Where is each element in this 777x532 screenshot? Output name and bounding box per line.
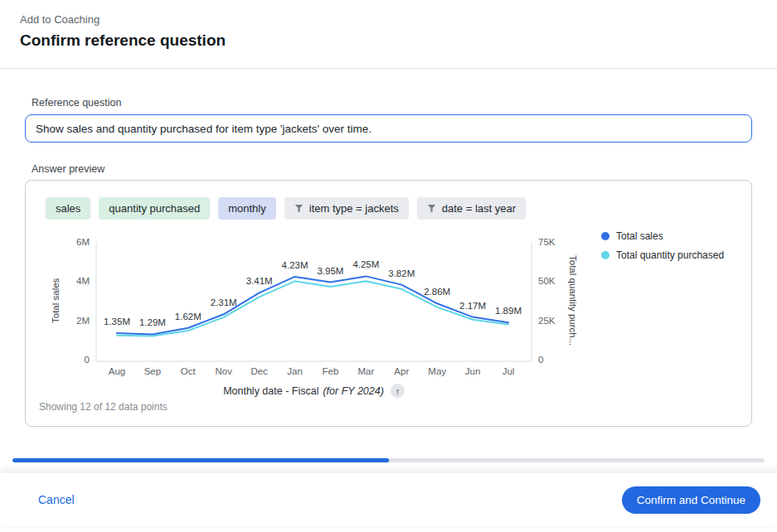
filter-icon <box>427 204 436 213</box>
x-axis-title-text: Monthly date - Fiscal <box>223 385 318 397</box>
svg-text:Sep: Sep <box>144 366 161 376</box>
header-divider <box>0 68 777 69</box>
legend-label: Total quantity purchased <box>616 249 724 261</box>
reference-question-input[interactable] <box>25 114 752 143</box>
footer-bar: Cancel Confirm and Continue <box>0 473 777 526</box>
svg-text:4M: 4M <box>76 276 90 286</box>
legend-label: Total sales <box>616 230 663 242</box>
svg-text:0: 0 <box>85 355 90 365</box>
legend-item[interactable]: Total quantity purchased <box>601 249 724 261</box>
filter-icon <box>294 204 304 213</box>
svg-text:4.25M: 4.25M <box>352 259 379 269</box>
answer-preview-panel: salesquantity purchasedmonthlyitem type … <box>25 180 752 427</box>
chip-label: sales <box>56 202 80 215</box>
svg-text:1.29M: 1.29M <box>139 317 166 327</box>
svg-text:4.23M: 4.23M <box>282 260 308 270</box>
page-header: Add to Coaching Confirm reference questi… <box>0 0 777 50</box>
svg-text:3.41M: 3.41M <box>246 276 273 286</box>
x-axis-title-suffix: (for FY 2024) <box>323 385 383 397</box>
chip-label: date = last year <box>442 202 516 215</box>
progress-bar-fill <box>12 458 389 462</box>
query-chip-filter[interactable]: date = last year <box>417 197 526 220</box>
legend-dot <box>601 251 609 259</box>
svg-text:Nov: Nov <box>216 366 233 376</box>
svg-text:Aug: Aug <box>109 366 125 376</box>
confirm-and-continue-button[interactable]: Confirm and Continue <box>622 486 760 514</box>
svg-text:1.35M: 1.35M <box>104 317 130 326</box>
chip-label: item type = jackets <box>309 202 399 215</box>
svg-text:Oct: Oct <box>181 366 197 376</box>
answer-preview-label: Answer preview <box>32 163 752 175</box>
query-chip-keyword[interactable]: monthly <box>218 197 276 220</box>
svg-text:3.95M: 3.95M <box>317 266 343 276</box>
svg-text:2M: 2M <box>76 316 90 326</box>
chart-legend: Total salesTotal quantity purchased <box>601 230 724 261</box>
svg-text:Feb: Feb <box>323 366 339 376</box>
data-points-note: Showing 12 of 12 data points <box>39 401 168 413</box>
legend-dot <box>601 232 609 240</box>
svg-text:2.31M: 2.31M <box>211 297 237 307</box>
svg-text:1.89M: 1.89M <box>495 306 522 316</box>
svg-text:2.86M: 2.86M <box>424 287 450 297</box>
left-axis-title: Total sales <box>51 239 61 363</box>
svg-text:75K: 75K <box>538 237 556 247</box>
svg-text:25K: 25K <box>538 316 556 326</box>
breadcrumb: Add to Coaching <box>20 13 757 26</box>
chip-label: monthly <box>228 202 266 215</box>
svg-text:6M: 6M <box>76 237 90 247</box>
svg-text:Jun: Jun <box>465 366 481 376</box>
legend-item[interactable]: Total sales <box>601 230 724 242</box>
svg-text:Jan: Jan <box>287 366 303 376</box>
progress-bar <box>12 458 765 462</box>
answer-chart[interactable]: 02M4M6M025K50K75KAugSepOctNovDecJanFebMa… <box>71 234 556 381</box>
svg-text:1.62M: 1.62M <box>175 312 202 322</box>
svg-text:2.17M: 2.17M <box>459 301 486 311</box>
main-content: Reference question Answer preview salesq… <box>0 97 777 427</box>
svg-text:Mar: Mar <box>357 366 374 376</box>
svg-text:Jul: Jul <box>503 366 515 376</box>
query-chip-column[interactable]: sales <box>46 197 90 220</box>
page-title: Confirm reference question <box>20 31 757 50</box>
svg-text:0: 0 <box>538 355 543 365</box>
query-chip-row: salesquantity purchasedmonthlyitem type … <box>46 197 526 220</box>
svg-text:50K: 50K <box>538 276 556 286</box>
sort-ascending-icon[interactable]: ↑ <box>391 384 405 398</box>
reference-question-label: Reference question <box>32 97 752 109</box>
svg-text:Dec: Dec <box>250 366 268 376</box>
x-axis-title: Monthly date - Fiscal (for FY 2024) ↑ <box>96 384 532 398</box>
query-chip-filter[interactable]: item type = jackets <box>284 197 409 220</box>
svg-text:Apr: Apr <box>394 366 409 376</box>
right-axis-title: Total quantity purch... <box>568 239 578 363</box>
svg-text:3.82M: 3.82M <box>388 268 415 278</box>
svg-text:May: May <box>428 366 446 376</box>
chip-label: quantity purchased <box>109 202 200 215</box>
query-chip-column[interactable]: quantity purchased <box>99 197 210 220</box>
cancel-button[interactable]: Cancel <box>33 492 80 507</box>
